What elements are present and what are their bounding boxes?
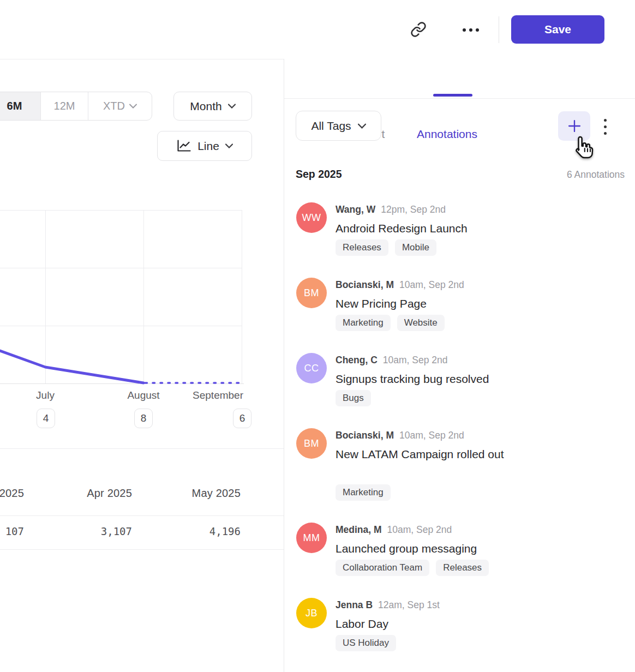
annotation-count-badge-july[interactable]: 4 [37,409,55,428]
annotation-item[interactable]: CC Cheng, C10am, Sep 2nd Signups trackin… [284,353,635,416]
annotation-timestamp: 10am, Sep 2nd [383,355,448,365]
trend-chart [0,210,244,383]
x-tick-july: July [18,389,73,401]
date-range-segmented-control: 6M 12M XTD [0,92,152,121]
annotation-timestamp: 10am, Sep 2nd [387,524,452,535]
chart-type-dropdown[interactable]: Line [157,131,252,161]
annotation-item[interactable]: WW Wang, W12pm, Sep 2nd Android Redesign… [284,202,635,265]
avatar: WW [296,202,327,233]
analytics-app: Save 6M 12M XTD Month Line J [0,0,635,672]
table-value-cell: 107 [0,525,24,537]
avatar: CC [296,353,327,383]
annotation-item[interactable]: MM Medina, M10am, Sep 2nd Launched group… [284,523,635,585]
x-tick-september: September [161,389,243,401]
plus-icon [567,118,582,134]
annotation-author: Jenna B [336,599,373,610]
line-chart-icon [176,139,191,153]
link-icon [410,21,427,39]
tag-chip[interactable]: Marketing [336,315,391,331]
ellipsis-icon [463,28,479,32]
chevron-down-icon [129,104,137,109]
annotation-title: Android Redesign Launch [336,219,468,238]
avatar: BM [296,428,327,459]
tag-chip[interactable]: US Holiday [336,635,396,651]
annotation-timestamp: 12pm, Sep 2nd [381,204,446,215]
table-header-cell: 2025 [0,487,24,500]
annotation-title: New LATAM Campaign rolled out [336,445,504,464]
annotations-panel: Query Chart Annotations All Tags Sep 202… [284,59,635,672]
range-option-6m[interactable]: 6M [0,92,40,120]
copy-link-button[interactable] [408,21,429,39]
annotation-item[interactable]: BM Bocianski, M10am, Sep 2nd New Pricing… [284,278,635,340]
all-tags-dropdown[interactable]: All Tags [296,111,381,141]
annotation-count-badge-august[interactable]: 8 [134,409,153,428]
section-month-heading: Sep 2025 [296,168,342,181]
annotation-item[interactable]: JB Jenna B12am, Sep 1st Labor Day US Hol… [284,598,635,661]
avatar: JB [296,598,327,628]
annotation-timestamp: 10am, Sep 2nd [399,279,464,290]
annotation-timestamp: 12am, Sep 1st [378,599,440,610]
annotation-timestamp: 10am, Sep 2nd [399,430,464,441]
annotation-count-badge-september[interactable]: 6 [233,409,251,428]
annotation-title: Labor Day [336,614,388,633]
annotation-author: Wang, W [336,204,375,215]
trend-line-svg [0,210,244,386]
tag-chip[interactable]: Releases [336,239,388,256]
annotation-title: New Pricing Page [336,294,427,313]
annotation-author: Bocianski, M [336,279,394,290]
table-header-cell: Apr 2025 [23,487,132,500]
table-border-bottom [0,549,284,550]
save-button[interactable]: Save [511,15,604,44]
add-annotation-button[interactable] [558,111,590,141]
annotation-title: Launched group messaging [336,539,477,558]
annotations-menu-button[interactable] [604,119,607,135]
table-divider [0,515,284,516]
annotation-author: Bocianski, M [336,430,394,441]
table-border-top [0,448,284,449]
tag-chip[interactable]: Website [397,315,445,331]
chevron-down-icon [225,143,233,148]
tag-chip[interactable]: Releases [436,560,489,576]
table-value-cell: 4,196 [131,525,241,537]
header-divider [499,16,499,43]
annotation-item[interactable]: BM Bocianski, M10am, Sep 2nd New LATAM C… [284,428,635,510]
annotation-author: Cheng, C [336,355,378,365]
tab-annotations[interactable]: Annotations [417,128,477,141]
tabbar-rule [284,98,635,99]
chevron-down-icon [228,104,236,109]
avatar: MM [296,523,327,553]
granularity-dropdown[interactable]: Month [173,92,252,121]
table-value-cell: 3,107 [23,525,132,537]
tag-chip[interactable]: Marketing [336,484,391,501]
annotation-title: Signups tracking bug resolved [336,369,489,388]
chevron-down-icon [358,123,366,129]
tag-chip[interactable]: Bugs [336,390,371,406]
annotation-author: Medina, M [336,524,382,535]
section-annotation-count: 6 Annotations [567,169,625,181]
more-options-button[interactable] [460,24,482,36]
active-tab-underline [433,94,472,97]
range-option-xtd[interactable]: XTD [88,92,152,120]
tag-chip[interactable]: Mobile [395,239,436,256]
range-option-12m[interactable]: 12M [40,92,88,120]
avatar: BM [296,278,327,308]
table-header-cell: May 2025 [131,487,241,500]
tag-chip[interactable]: Collaboration Team [336,560,429,576]
